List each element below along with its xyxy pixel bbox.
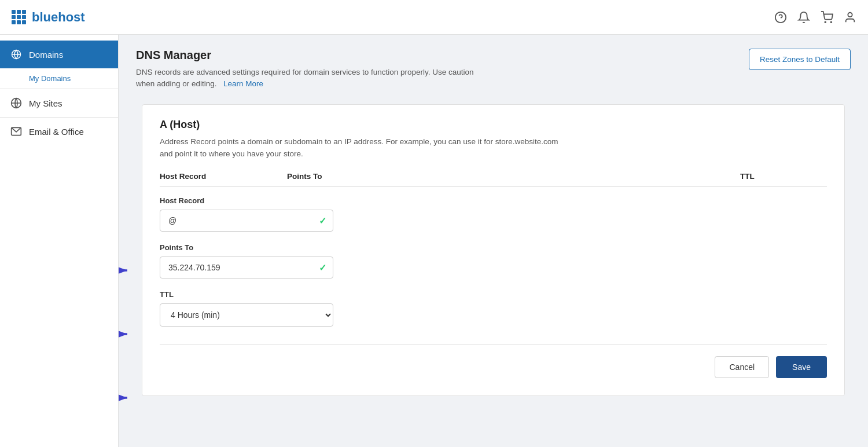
brand-area: bluehost (12, 10, 85, 25)
dns-description: DNS records are advanced settings requir… (136, 67, 483, 90)
th-points-to: Points To (287, 172, 740, 181)
ttl-select[interactable]: 4 Hours (min) 30 Minutes 1 Hour 2 Hours … (160, 303, 333, 327)
sidebar-item-my-sites[interactable]: My Sites (0, 89, 118, 117)
sidebar-email-label: Email & Office (29, 127, 84, 137)
my-domains-label: My Domains (29, 74, 71, 83)
ttl-label: TTL (160, 290, 827, 299)
host-record-input-wrapper: ✓ (160, 210, 333, 232)
sidebar-item-email-office[interactable]: Email & Office (0, 118, 118, 145)
layout: Domains My Domains My Sites (0, 35, 868, 447)
th-ttl: TTL (740, 172, 827, 181)
envelope-icon (10, 126, 22, 137)
arrow-3-annotation (119, 391, 133, 405)
brand-name: bluehost (32, 10, 85, 25)
svg-point-4 (848, 12, 852, 16)
points-to-input-wrapper: ✓ (160, 257, 333, 279)
learn-more-link[interactable]: Learn More (223, 79, 263, 88)
user-icon[interactable] (844, 11, 856, 24)
cancel-button[interactable]: Cancel (715, 356, 769, 378)
arrow-1-annotation (119, 263, 133, 277)
points-to-input[interactable] (160, 257, 333, 279)
dns-header: DNS Manager DNS records are advanced set… (119, 35, 868, 104)
points-to-label: Points To (160, 243, 827, 252)
sidebar-item-my-domains[interactable]: My Domains (0, 68, 118, 89)
sidebar-domains-label: Domains (29, 50, 63, 60)
points-to-group: Points To ✓ (160, 243, 827, 279)
nav-icons (774, 11, 856, 24)
help-icon[interactable] (774, 11, 787, 24)
host-record-input[interactable] (160, 210, 333, 232)
wordpress-icon (10, 97, 22, 109)
save-button[interactable]: Save (776, 356, 827, 378)
form-section: A (Host) Address Record points a domain … (142, 104, 845, 396)
top-nav: bluehost (0, 0, 868, 35)
section-title: A (Host) (160, 119, 827, 131)
th-host-record: Host Record (160, 172, 287, 181)
table-headers: Host Record Points To TTL (160, 172, 827, 187)
grid-icon[interactable] (12, 10, 26, 24)
host-record-label: Host Record (160, 196, 827, 205)
dns-header-text: DNS Manager DNS records are advanced set… (136, 49, 483, 90)
domains-icon (10, 49, 22, 60)
svg-point-3 (830, 21, 832, 23)
form-footer: Cancel Save (160, 344, 827, 378)
sidebar: Domains My Domains My Sites (0, 35, 119, 447)
points-to-check-icon: ✓ (319, 262, 326, 273)
main-content: DNS Manager DNS records are advanced set… (119, 35, 868, 447)
bell-icon[interactable] (797, 11, 810, 24)
host-record-group: Host Record ✓ (160, 196, 827, 232)
host-record-check-icon: ✓ (319, 215, 326, 226)
dns-title: DNS Manager (136, 49, 483, 62)
arrow-2-annotation (119, 327, 133, 341)
ttl-select-wrapper: 4 Hours (min) 30 Minutes 1 Hour 2 Hours … (160, 303, 333, 327)
cart-icon[interactable] (821, 11, 833, 24)
form-section-wrapper: A (Host) Address Record points a domain … (130, 104, 856, 396)
sidebar-my-sites-label: My Sites (29, 98, 62, 108)
section-description: Address Record points a domain or subdom… (160, 135, 565, 160)
reset-zones-button[interactable]: Reset Zones to Default (749, 49, 851, 70)
sidebar-item-domains[interactable]: Domains (0, 41, 118, 68)
ttl-group: TTL 4 Hours (min) 30 Minutes 1 Hour 2 Ho… (160, 290, 827, 327)
svg-point-2 (825, 21, 826, 23)
